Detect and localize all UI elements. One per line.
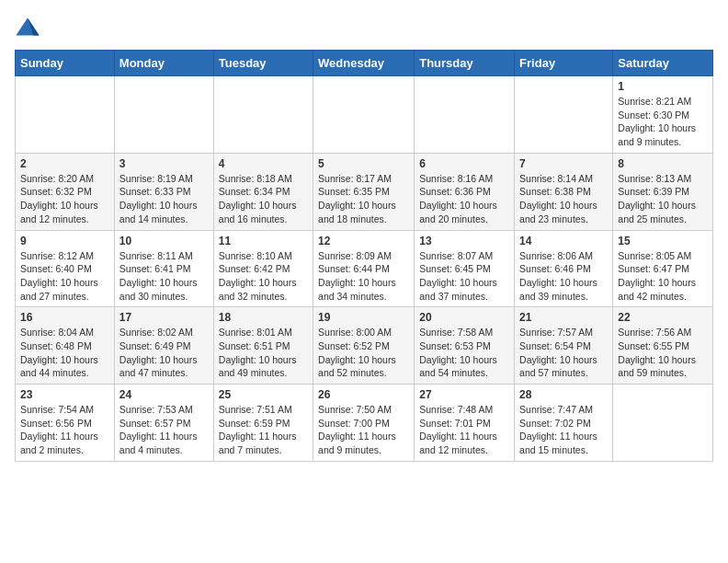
day-number: 23 xyxy=(20,388,109,401)
calendar-cell: 28Sunrise: 7:47 AM Sunset: 7:02 PM Dayli… xyxy=(515,385,613,462)
day-number: 10 xyxy=(119,235,209,247)
day-header-thursday: Thursday xyxy=(415,51,515,76)
calendar-cell: 25Sunrise: 7:51 AM Sunset: 6:59 PM Dayli… xyxy=(213,385,313,462)
day-info: Sunrise: 8:20 AM Sunset: 6:32 PM Dayligh… xyxy=(20,172,109,226)
calendar-cell: 15Sunrise: 8:05 AM Sunset: 6:47 PM Dayli… xyxy=(613,230,713,307)
calendar-cell: 1Sunrise: 8:21 AM Sunset: 6:30 PM Daylig… xyxy=(613,76,713,154)
day-number: 22 xyxy=(618,311,708,324)
day-info: Sunrise: 7:51 AM Sunset: 6:59 PM Dayligh… xyxy=(219,403,308,457)
calendar-cell: 14Sunrise: 8:06 AM Sunset: 6:46 PM Dayli… xyxy=(515,230,613,307)
calendar-cell: 3Sunrise: 8:19 AM Sunset: 6:33 PM Daylig… xyxy=(114,153,213,230)
calendar-header-row: SundayMondayTuesdayWednesdayThursdayFrid… xyxy=(16,51,713,76)
calendar-cell xyxy=(16,76,115,154)
logo-icon xyxy=(15,15,40,40)
day-info: Sunrise: 7:48 AM Sunset: 7:01 PM Dayligh… xyxy=(419,403,509,457)
day-number: 12 xyxy=(318,235,409,247)
calendar-cell: 26Sunrise: 7:50 AM Sunset: 7:00 PM Dayli… xyxy=(313,385,415,462)
day-header-friday: Friday xyxy=(515,51,613,76)
calendar-cell: 24Sunrise: 7:53 AM Sunset: 6:57 PM Dayli… xyxy=(114,385,213,462)
day-info: Sunrise: 8:00 AM Sunset: 6:52 PM Dayligh… xyxy=(318,326,409,380)
day-number: 3 xyxy=(119,157,209,170)
calendar-cell xyxy=(313,76,415,154)
day-header-wednesday: Wednesday xyxy=(313,51,415,76)
calendar-cell: 4Sunrise: 8:18 AM Sunset: 6:34 PM Daylig… xyxy=(213,153,313,230)
day-info: Sunrise: 7:47 AM Sunset: 7:02 PM Dayligh… xyxy=(519,403,608,457)
day-number: 13 xyxy=(419,235,509,247)
calendar-cell: 21Sunrise: 7:57 AM Sunset: 6:54 PM Dayli… xyxy=(515,307,613,385)
calendar-cell: 12Sunrise: 8:09 AM Sunset: 6:44 PM Dayli… xyxy=(313,230,415,307)
day-info: Sunrise: 8:10 AM Sunset: 6:42 PM Dayligh… xyxy=(219,249,308,304)
calendar-cell xyxy=(415,76,515,154)
day-number: 14 xyxy=(519,235,608,247)
day-info: Sunrise: 8:01 AM Sunset: 6:51 PM Dayligh… xyxy=(219,326,308,380)
calendar-cell: 10Sunrise: 8:11 AM Sunset: 6:41 PM Dayli… xyxy=(114,230,213,307)
day-number: 1 xyxy=(618,80,708,93)
calendar-cell: 8Sunrise: 8:13 AM Sunset: 6:39 PM Daylig… xyxy=(613,153,713,230)
calendar-cell: 7Sunrise: 8:14 AM Sunset: 6:38 PM Daylig… xyxy=(515,153,613,230)
day-info: Sunrise: 8:11 AM Sunset: 6:41 PM Dayligh… xyxy=(119,249,209,304)
calendar-cell: 5Sunrise: 8:17 AM Sunset: 6:35 PM Daylig… xyxy=(313,153,415,230)
day-info: Sunrise: 8:13 AM Sunset: 6:39 PM Dayligh… xyxy=(618,172,708,226)
day-info: Sunrise: 8:19 AM Sunset: 6:33 PM Dayligh… xyxy=(119,172,209,226)
day-info: Sunrise: 8:17 AM Sunset: 6:35 PM Dayligh… xyxy=(318,172,409,226)
day-number: 15 xyxy=(618,235,708,247)
day-number: 4 xyxy=(219,157,308,170)
day-number: 16 xyxy=(20,311,109,324)
calendar-cell: 2Sunrise: 8:20 AM Sunset: 6:32 PM Daylig… xyxy=(16,153,115,230)
calendar-cell: 18Sunrise: 8:01 AM Sunset: 6:51 PM Dayli… xyxy=(213,307,313,385)
week-row-2: 2Sunrise: 8:20 AM Sunset: 6:32 PM Daylig… xyxy=(16,153,713,230)
day-number: 25 xyxy=(219,388,308,401)
calendar-cell: 27Sunrise: 7:48 AM Sunset: 7:01 PM Dayli… xyxy=(415,385,515,462)
day-number: 7 xyxy=(519,157,608,170)
day-header-tuesday: Tuesday xyxy=(213,51,313,76)
day-number: 24 xyxy=(119,388,209,401)
calendar-cell: 16Sunrise: 8:04 AM Sunset: 6:48 PM Dayli… xyxy=(16,307,115,385)
day-info: Sunrise: 8:02 AM Sunset: 6:49 PM Dayligh… xyxy=(119,326,209,380)
day-header-sunday: Sunday xyxy=(16,51,115,76)
day-info: Sunrise: 7:56 AM Sunset: 6:55 PM Dayligh… xyxy=(618,326,708,380)
day-number: 18 xyxy=(219,311,308,324)
day-header-monday: Monday xyxy=(114,51,213,76)
day-number: 9 xyxy=(20,235,109,247)
day-info: Sunrise: 8:12 AM Sunset: 6:40 PM Dayligh… xyxy=(20,249,109,304)
calendar-cell: 19Sunrise: 8:00 AM Sunset: 6:52 PM Dayli… xyxy=(313,307,415,385)
day-number: 5 xyxy=(318,157,409,170)
calendar-cell xyxy=(613,385,713,462)
calendar-cell: 9Sunrise: 8:12 AM Sunset: 6:40 PM Daylig… xyxy=(16,230,115,307)
calendar-cell: 6Sunrise: 8:16 AM Sunset: 6:36 PM Daylig… xyxy=(415,153,515,230)
day-number: 6 xyxy=(419,157,509,170)
week-row-5: 23Sunrise: 7:54 AM Sunset: 6:56 PM Dayli… xyxy=(16,385,713,462)
calendar-cell: 11Sunrise: 8:10 AM Sunset: 6:42 PM Dayli… xyxy=(213,230,313,307)
day-number: 8 xyxy=(618,157,708,170)
day-info: Sunrise: 8:04 AM Sunset: 6:48 PM Dayligh… xyxy=(20,326,109,380)
day-header-saturday: Saturday xyxy=(613,51,713,76)
calendar-table: SundayMondayTuesdayWednesdayThursdayFrid… xyxy=(15,50,713,462)
day-number: 27 xyxy=(419,388,509,401)
day-number: 26 xyxy=(318,388,409,401)
day-info: Sunrise: 8:06 AM Sunset: 6:46 PM Dayligh… xyxy=(519,249,608,304)
day-number: 11 xyxy=(219,235,308,247)
day-info: Sunrise: 8:09 AM Sunset: 6:44 PM Dayligh… xyxy=(318,249,409,304)
day-number: 17 xyxy=(119,311,209,324)
day-number: 21 xyxy=(519,311,608,324)
calendar-cell xyxy=(114,76,213,154)
calendar-cell xyxy=(213,76,313,154)
day-number: 28 xyxy=(519,388,608,401)
day-info: Sunrise: 7:57 AM Sunset: 6:54 PM Dayligh… xyxy=(519,326,608,380)
day-info: Sunrise: 7:58 AM Sunset: 6:53 PM Dayligh… xyxy=(419,326,509,380)
logo xyxy=(15,15,42,40)
day-number: 20 xyxy=(419,311,509,324)
day-number: 2 xyxy=(20,157,109,170)
day-info: Sunrise: 8:16 AM Sunset: 6:36 PM Dayligh… xyxy=(419,172,509,226)
day-info: Sunrise: 7:53 AM Sunset: 6:57 PM Dayligh… xyxy=(119,403,209,457)
day-number: 19 xyxy=(318,311,409,324)
day-info: Sunrise: 7:54 AM Sunset: 6:56 PM Dayligh… xyxy=(20,403,109,457)
day-info: Sunrise: 8:21 AM Sunset: 6:30 PM Dayligh… xyxy=(618,95,708,149)
calendar-cell: 22Sunrise: 7:56 AM Sunset: 6:55 PM Dayli… xyxy=(613,307,713,385)
week-row-3: 9Sunrise: 8:12 AM Sunset: 6:40 PM Daylig… xyxy=(16,230,713,307)
calendar-cell: 17Sunrise: 8:02 AM Sunset: 6:49 PM Dayli… xyxy=(114,307,213,385)
calendar-cell: 23Sunrise: 7:54 AM Sunset: 6:56 PM Dayli… xyxy=(16,385,115,462)
page-header xyxy=(15,15,713,40)
day-info: Sunrise: 8:07 AM Sunset: 6:45 PM Dayligh… xyxy=(419,249,509,304)
calendar-cell xyxy=(515,76,613,154)
